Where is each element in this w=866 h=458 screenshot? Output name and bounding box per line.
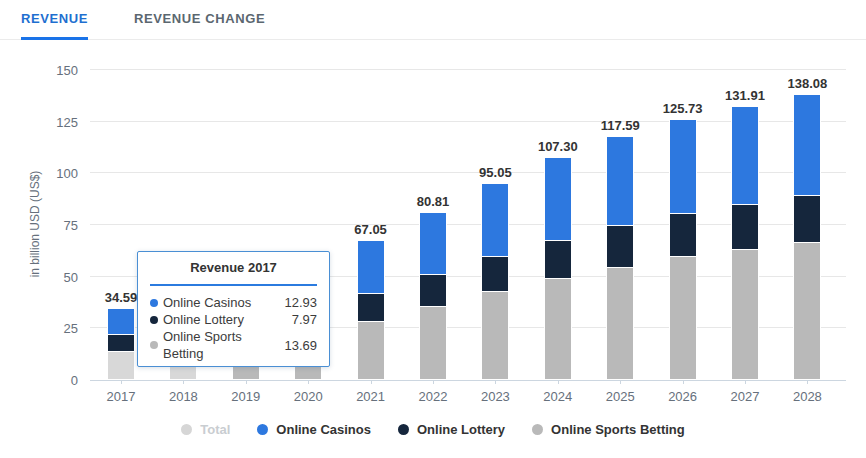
legend-dot-icon <box>532 424 543 435</box>
bar-segment-navy-2017[interactable] <box>107 334 135 351</box>
tooltip-divider <box>150 284 317 286</box>
x-tick-label: 2017 <box>90 389 152 404</box>
bar-total-label: 95.05 <box>455 165 535 180</box>
x-tick-label: 2025 <box>589 389 651 404</box>
gridline <box>90 380 846 381</box>
tab-revenue-label: REVENUE <box>21 11 88 26</box>
y-tick-label: 125 <box>38 115 78 130</box>
statistic-widget: REVENUE REVENUE CHANGE in billion USD (U… <box>0 0 866 458</box>
bar-segment-navy-2028[interactable] <box>793 195 821 243</box>
legend-item-total[interactable]: Total <box>181 422 230 437</box>
tooltip-row-label: Online Casinos <box>163 294 251 311</box>
legend-item-label: Online Lottery <box>417 422 505 437</box>
tooltip-row-label: Online Lottery <box>163 311 244 328</box>
bar-segment-navy-2023[interactable] <box>481 256 509 292</box>
series-dot-icon <box>150 341 158 349</box>
legend-item-label: Online Casinos <box>276 422 371 437</box>
x-tick-label: 2018 <box>152 389 214 404</box>
bar-segment-blue-2026[interactable] <box>669 119 697 213</box>
tooltip-rows: Online Casinos12.93Online Lottery7.97Onl… <box>150 294 317 362</box>
series-dot-icon <box>150 316 158 324</box>
bar-segment-navy-2026[interactable] <box>669 213 697 258</box>
x-tick-label: 2023 <box>464 389 526 404</box>
tab-revenue[interactable]: REVENUE <box>21 0 88 40</box>
y-tick-label: 25 <box>38 321 78 336</box>
tooltip: Revenue 2017 Online Casinos12.93Online L… <box>137 251 330 367</box>
bar-segment-navy-2025[interactable] <box>606 225 634 268</box>
gridline <box>90 69 846 70</box>
tooltip-row: Online Sports Betting13.69 <box>150 328 317 362</box>
bar-segment-gray-2026[interactable] <box>669 256 697 380</box>
x-tick-label: 2021 <box>340 389 402 404</box>
bar-segment-blue-2024[interactable] <box>544 157 572 240</box>
bar-total-label: 107.30 <box>518 139 598 154</box>
bar-segment-navy-2027[interactable] <box>731 204 759 251</box>
x-tick-label: 2020 <box>277 389 339 404</box>
tooltip-row-label: Online Sports Betting <box>163 328 284 362</box>
bar-total-label: 117.59 <box>580 118 660 133</box>
bar-segment-blue-2021[interactable] <box>357 240 385 294</box>
tab-bar: REVENUE REVENUE CHANGE <box>0 0 866 40</box>
bar-segment-navy-2022[interactable] <box>419 274 447 307</box>
bar-segment-gray-2025[interactable] <box>606 267 634 380</box>
bar-segment-blue-2023[interactable] <box>481 183 509 257</box>
bar-segment-navy-2024[interactable] <box>544 240 572 279</box>
bar-segment-gray-2024[interactable] <box>544 278 572 380</box>
x-tick-label: 2027 <box>714 389 776 404</box>
bar-segment-blue-2017[interactable] <box>107 308 135 336</box>
series-dot-icon <box>150 299 158 307</box>
revenue-chart: in billion USD (US$) 0255075100125150 34… <box>0 41 866 458</box>
legend-item-online-casinos[interactable]: Online Casinos <box>257 422 371 437</box>
bar-segment-gray-2027[interactable] <box>731 249 759 380</box>
x-tick-label: 2028 <box>776 389 838 404</box>
x-tick-label: 2022 <box>402 389 464 404</box>
tab-revenue-change-label: REVENUE CHANGE <box>134 11 265 26</box>
y-tick-label: 0 <box>38 373 78 388</box>
legend-dot-icon <box>181 424 192 435</box>
tooltip-title: Revenue 2017 <box>150 260 317 275</box>
bar-total-label: 80.81 <box>393 194 473 209</box>
tooltip-row-value: 13.69 <box>284 337 317 354</box>
legend-item-label: Total <box>200 422 230 437</box>
tab-revenue-change[interactable]: REVENUE CHANGE <box>134 0 265 40</box>
legend-item-label: Online Sports Betting <box>551 422 685 437</box>
x-tick-label: 2024 <box>527 389 589 404</box>
bar-total-label: 125.73 <box>643 101 723 116</box>
bar-segment-blue-2027[interactable] <box>731 106 759 204</box>
bar-segment-blue-2028[interactable] <box>793 94 821 196</box>
bar-segment-gray-2017[interactable] <box>107 351 135 380</box>
tooltip-row-value: 7.97 <box>292 311 317 328</box>
y-tick-label: 50 <box>38 270 78 285</box>
y-tick-label: 75 <box>38 218 78 233</box>
bar-segment-blue-2025[interactable] <box>606 136 634 226</box>
bar-segment-navy-2021[interactable] <box>357 293 385 322</box>
tooltip-row: Online Casinos12.93 <box>150 294 317 311</box>
bar-segment-gray-2022[interactable] <box>419 306 447 380</box>
bar-segment-gray-2023[interactable] <box>481 291 509 380</box>
tooltip-row: Online Lottery7.97 <box>150 311 317 328</box>
legend: TotalOnline CasinosOnline LotteryOnline … <box>0 422 866 437</box>
x-tick-label: 2019 <box>215 389 277 404</box>
legend-item-online-lottery[interactable]: Online Lottery <box>398 422 505 437</box>
bar-segment-gray-2021[interactable] <box>357 321 385 380</box>
bar-total-label: 131.91 <box>705 88 785 103</box>
legend-dot-icon <box>398 424 409 435</box>
legend-item-online-sports-betting[interactable]: Online Sports Betting <box>532 422 685 437</box>
tooltip-row-value: 12.93 <box>284 294 317 311</box>
bar-segment-gray-2028[interactable] <box>793 242 821 380</box>
x-tick-label: 2026 <box>652 389 714 404</box>
y-tick-label: 150 <box>38 63 78 78</box>
bar-segment-blue-2022[interactable] <box>419 212 447 275</box>
legend-dot-icon <box>257 424 268 435</box>
y-tick-label: 100 <box>38 166 78 181</box>
bar-total-label: 67.05 <box>331 222 411 237</box>
bar-total-label: 138.08 <box>767 76 847 91</box>
